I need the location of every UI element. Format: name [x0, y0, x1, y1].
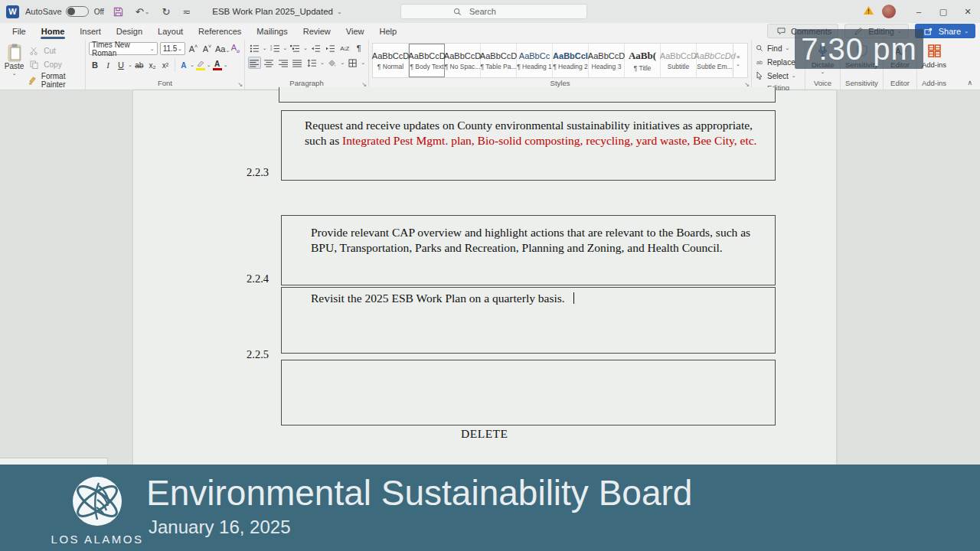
voice-group-label: Voice — [814, 79, 831, 87]
word-window: W AutoSave Off ↶⌄ ↻ ≂ ESB Work Plan 2025… — [0, 0, 980, 551]
align-center-button[interactable] — [263, 57, 276, 69]
tab-help[interactable]: Help — [371, 24, 404, 39]
background-window-strip — [0, 458, 108, 465]
style-table-paragraph[interactable]: AaBbCcD¶ Table Pa... — [481, 44, 517, 77]
grow-font-button[interactable]: A˄ — [188, 44, 199, 54]
document-title[interactable]: ESB Work Plan 2025_Updated ⌄ — [212, 7, 341, 16]
decrease-indent-icon[interactable] — [309, 42, 322, 54]
quick-access-overflow[interactable]: ≂ — [179, 6, 194, 18]
strikethrough-button[interactable]: ab — [133, 61, 145, 70]
table-cell-partial[interactable] — [279, 87, 776, 103]
minimize-button[interactable]: – — [906, 0, 931, 23]
table-cell-225[interactable]: Revisit the 2025 ESB Work Plan on a quar… — [281, 287, 776, 354]
superscript-button[interactable]: x² — [159, 61, 172, 70]
font-color-button[interactable]: A — [212, 60, 223, 70]
cut-button[interactable]: Cut — [27, 44, 82, 57]
styles-gallery-more-button[interactable]: ≡⌄ — [733, 44, 743, 77]
bold-button[interactable]: B — [89, 60, 101, 70]
autosave-switch[interactable] — [66, 6, 89, 17]
table-cell-empty[interactable] — [281, 360, 776, 425]
tab-view[interactable]: View — [338, 24, 372, 39]
addins-icon[interactable] — [927, 42, 941, 59]
tab-references[interactable]: References — [191, 24, 249, 39]
share-button[interactable]: Share ⌄ — [915, 24, 975, 38]
paragraph-group-label: Paragraph — [289, 79, 323, 87]
search-placeholder: Search — [469, 7, 496, 16]
change-case-button[interactable]: Aa⌄ — [215, 44, 227, 54]
select-cursor-icon — [755, 70, 764, 82]
shading-icon[interactable] — [326, 57, 339, 69]
paste-button[interactable]: Paste ⌄ — [3, 42, 25, 89]
numbered-list-icon[interactable]: 12 — [269, 42, 282, 54]
style-heading-1[interactable]: AaBbCc¶ Heading 1 — [517, 44, 553, 77]
search-icon — [450, 5, 464, 18]
document-page[interactable]: Request and receive updates on County en… — [133, 90, 836, 465]
replace-icon: ab — [755, 56, 764, 68]
subscript-button[interactable]: x₂ — [146, 61, 158, 70]
text-effects-button[interactable]: A — [178, 62, 189, 69]
warning-icon[interactable] — [863, 5, 874, 18]
style-subtle-emphasis[interactable]: AaBbCcDdSubtle Em... — [697, 44, 733, 77]
redo-button[interactable]: ↻ — [158, 6, 173, 18]
style-normal[interactable]: AaBbCcD¶ Normal — [373, 44, 409, 77]
row-number-223: 2.2.3 — [247, 166, 269, 179]
los-alamos-logo — [71, 517, 123, 530]
tab-home[interactable]: Home — [34, 24, 73, 39]
maximize-button[interactable]: ▢ — [931, 0, 956, 23]
collapse-ribbon-button[interactable]: ∧ — [967, 79, 972, 86]
save-icon[interactable] — [110, 7, 126, 17]
style-no-spacing[interactable]: AaBbCcD¶ No Spac... — [445, 44, 481, 77]
tab-insert[interactable]: Insert — [72, 24, 109, 39]
sort-icon[interactable]: A↓Z — [338, 42, 351, 54]
tab-mailings[interactable]: Mailings — [249, 24, 295, 39]
increase-indent-icon[interactable] — [324, 42, 337, 54]
align-left-button[interactable] — [248, 57, 261, 69]
font-size-select[interactable]: 11.5⌄ — [160, 42, 185, 55]
select-button[interactable]: Select⌄ — [755, 70, 802, 82]
underline-button[interactable]: U — [115, 60, 127, 70]
style-body-text[interactable]: AaBbCcD¶ Body Text — [409, 44, 445, 77]
shrink-font-button[interactable]: A˅ — [201, 44, 213, 54]
undo-button[interactable]: ↶⌄ — [132, 6, 153, 18]
align-right-button[interactable] — [277, 57, 290, 69]
autosave-label: AutoSave — [25, 7, 62, 16]
tab-review[interactable]: Review — [296, 24, 338, 39]
line-spacing-button[interactable] — [305, 57, 318, 69]
tab-file[interactable]: File — [5, 24, 34, 39]
style-title[interactable]: AaBb(¶ Title — [625, 44, 661, 77]
addins-label[interactable]: Add-ins — [922, 60, 946, 69]
borders-icon[interactable] — [346, 57, 359, 69]
multilevel-list-icon[interactable] — [289, 42, 302, 54]
style-heading-3[interactable]: AaBbCcDHeading 3 — [589, 44, 625, 77]
pilcrow-icon[interactable]: ¶ — [352, 42, 365, 54]
styles-group-label: Styles — [550, 79, 570, 87]
highlight-button[interactable] — [195, 60, 206, 70]
font-launcher-icon[interactable]: ↘ — [237, 81, 243, 88]
paintbrush-icon — [27, 74, 38, 86]
table-cell-224[interactable]: Provide relevant CAP overview and highli… — [281, 215, 776, 285]
paragraph-group: ⌄ 12⌄ ⌄ A↓Z ¶ ⌄ ⌄ ⌄ Para — [245, 40, 369, 90]
style-heading-2[interactable]: AaBbCcl¶ Heading 2 — [553, 44, 589, 77]
italic-button[interactable]: I — [102, 60, 114, 70]
clear-formatting-button[interactable]: A⌀ — [230, 43, 241, 54]
account-avatar[interactable] — [882, 5, 896, 18]
tab-design[interactable]: Design — [109, 24, 150, 39]
format-painter-button[interactable]: Format Painter — [27, 72, 82, 89]
bullet-list-icon[interactable] — [248, 42, 261, 54]
document-canvas[interactable]: Request and receive updates on County en… — [0, 90, 980, 465]
banner-title: Environmental Sustainability Board — [146, 472, 692, 514]
autosave-toggle[interactable]: AutoSave Off — [25, 6, 104, 17]
justify-button[interactable] — [291, 57, 304, 69]
banner-date: January 16, 2025 — [149, 517, 290, 538]
table-cell-223[interactable]: Request and receive updates on County en… — [281, 110, 776, 181]
style-subtitle[interactable]: AaBbCcDSubtitle — [661, 44, 697, 77]
row-number-224: 2.2.4 — [247, 272, 269, 285]
time-text: 7:30 pm — [801, 32, 917, 67]
font-name-select[interactable]: Times New Roman⌄ — [89, 42, 158, 55]
tab-layout[interactable]: Layout — [150, 24, 191, 39]
share-icon — [922, 25, 936, 37]
search-input[interactable]: Search — [400, 4, 587, 19]
copy-button[interactable]: Copy — [27, 58, 82, 70]
close-button[interactable]: ✕ — [956, 0, 980, 23]
find-icon — [755, 42, 764, 54]
